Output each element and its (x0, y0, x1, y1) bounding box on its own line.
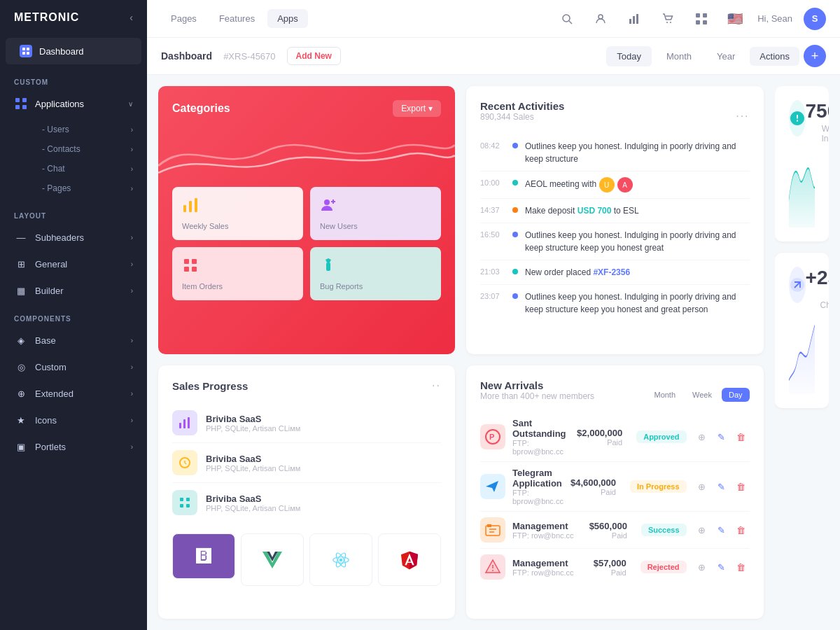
action-copy-icon-4[interactable]: ⊕ (694, 559, 710, 575)
action-edit-icon-3[interactable]: ✎ (713, 522, 730, 538)
arrival-price-4: $57,000 (594, 558, 626, 568)
arrival-logo-1: P (480, 424, 505, 449)
arrival-actions-1: ⊕ ✎ 🗑 (694, 428, 750, 445)
sidebar-item-users[interactable]: - Users › (28, 120, 147, 139)
export-button[interactable]: Export ▾ (393, 100, 441, 117)
arrival-paid-2: Paid (570, 488, 616, 496)
categories-title: Categories (172, 102, 230, 115)
action-edit-icon-2[interactable]: ✎ (713, 478, 730, 495)
arrival-info-3: Management FTP: row@bnc.cc (512, 521, 582, 540)
chart-icon[interactable] (623, 8, 645, 30)
new-users-card[interactable]: New Users (310, 187, 441, 240)
base-label: Base (35, 335, 56, 346)
arrivals-month-btn[interactable]: Month (647, 388, 682, 402)
sidebar-logo-area: METRONIC ‹ (0, 0, 147, 35)
arrival-info-4: Management FTP: row@bnc.cc (512, 558, 587, 577)
svg-point-51 (492, 570, 493, 571)
action-copy-icon[interactable]: ⊕ (694, 428, 710, 445)
action-copy-icon-2[interactable]: ⊕ (694, 478, 710, 495)
sales-item: Briviba SaaS PHP, SQLite, Artisan CLiмм (172, 483, 441, 522)
sidebar-item-custom2[interactable]: ◎ Custom › (0, 354, 147, 380)
action-delete-icon-2[interactable]: 🗑 (733, 478, 750, 495)
arrival-price-2: $4,600,000 (570, 477, 616, 488)
arrival-paid-4: Paid (594, 568, 626, 577)
arrival-name-1: Sant Outstanding (512, 418, 570, 439)
sidebar-item-applications[interactable]: Applications ∨ (0, 90, 147, 117)
general-chevron-icon: › (131, 260, 133, 268)
grid-icon[interactable] (690, 8, 713, 30)
sidebar-item-portlets[interactable]: ▣ Portlets › (0, 433, 147, 460)
sidebar-item-icons[interactable]: ★ Icons › (0, 407, 147, 433)
activity-row: 14:37 Make deposit USD 700 to ESL (480, 199, 750, 223)
bug-reports-card[interactable]: Bug Reports (310, 247, 441, 300)
arrival-logo-4 (480, 554, 505, 580)
applications-item-main: Applications (14, 97, 84, 111)
framework-vue[interactable] (241, 533, 304, 586)
custom2-icon: ◎ (14, 360, 28, 374)
action-delete-icon-3[interactable]: 🗑 (733, 522, 750, 538)
order-link[interactable]: #XF-2356 (593, 267, 630, 277)
tab-apps[interactable]: Apps (267, 9, 308, 28)
action-delete-icon[interactable]: 🗑 (733, 428, 750, 445)
arrival-logo-3 (480, 517, 505, 542)
action-edit-icon[interactable]: ✎ (713, 428, 730, 445)
arrivals-day-btn[interactable]: Day (722, 388, 750, 402)
sidebar-item-extended[interactable]: ⊕ Extended › (0, 380, 147, 407)
general-label: General (35, 259, 67, 270)
action-edit-icon-4[interactable]: ✎ (713, 559, 730, 575)
activity-text: Outlines keep you honest. Indulging in p… (525, 229, 750, 254)
framework-bootstrap[interactable]: 🅱 (172, 533, 235, 579)
actions-button[interactable]: Actions (750, 47, 799, 66)
sales-item-name-1: Briviba SaaS (206, 414, 441, 424)
svg-rect-5 (22, 98, 27, 102)
tab-pages[interactable]: Pages (161, 9, 206, 28)
sidebar-item-base[interactable]: ◈ Base › (0, 327, 147, 354)
svg-rect-2 (22, 52, 25, 55)
sidebar-item-dashboard[interactable]: Dashboard (6, 38, 141, 64)
activity-text: Outlines keep you honest. Indulging in p… (525, 140, 750, 165)
add-plus-button[interactable]: + (804, 45, 826, 67)
item-orders-card[interactable]: Item Orders (172, 247, 303, 300)
sidebar-collapse-icon[interactable]: ‹ (130, 12, 133, 23)
activity-time: 08:42 (480, 141, 505, 150)
sidebar-item-chat[interactable]: - Chat › (28, 159, 147, 178)
year-button[interactable]: Year (706, 46, 746, 66)
tab-features[interactable]: Features (209, 9, 265, 28)
activity-row: 23:07 Outlines keep you honest. Indulgin… (480, 285, 750, 321)
sidebar-item-general[interactable]: ⊞ General › (0, 251, 147, 277)
item-orders-icon (182, 257, 199, 278)
cart-icon[interactable] (657, 8, 679, 30)
builder-icon: ▦ (14, 284, 28, 298)
sidebar-item-pages[interactable]: - Pages › (28, 178, 147, 198)
svg-rect-16 (696, 13, 700, 18)
sidebar-item-contacts[interactable]: - Contacts › (28, 139, 147, 159)
framework-angular[interactable] (378, 533, 441, 586)
svg-rect-18 (696, 20, 700, 24)
arrivals-week-btn[interactable]: Week (685, 388, 719, 402)
income-chart (789, 144, 815, 227)
user-avatar[interactable]: S (804, 8, 826, 30)
svg-rect-3 (27, 52, 29, 55)
sidebar-item-builder[interactable]: ▦ Builder › (0, 277, 147, 304)
today-button[interactable]: Today (606, 46, 652, 66)
add-new-button[interactable]: Add New (287, 47, 341, 65)
arrival-status-1: Approved (636, 430, 686, 443)
weekly-sales-card[interactable]: Weekly Sales (172, 187, 303, 240)
components-section-label: COMPONENTS (0, 304, 147, 327)
action-delete-icon-4[interactable]: 🗑 (733, 559, 750, 575)
framework-react[interactable] (309, 533, 372, 586)
action-copy-icon-3[interactable]: ⊕ (694, 522, 710, 538)
svg-rect-7 (22, 105, 27, 109)
flag-icon[interactable]: 🇺🇸 (724, 8, 746, 30)
activities-menu-icon[interactable]: ··· (736, 110, 749, 122)
breadcrumb-title: Dashboard (161, 50, 212, 62)
subheader: Dashboard #XRS-45670 Add New Today Month… (147, 38, 840, 75)
search-icon[interactable] (556, 8, 578, 30)
month-button[interactable]: Month (656, 46, 702, 66)
arrival-name-3: Management (512, 521, 582, 531)
users-icon[interactable] (589, 8, 612, 30)
sales-progress-menu-icon[interactable]: ·· (432, 379, 441, 392)
sidebar-item-subheaders[interactable]: — Subheaders › (0, 224, 147, 251)
sidebar: METRONIC ‹ Dashboard CUSTOM Applications… (0, 0, 147, 630)
activities-title-area: Recent Activities 890,344 Sales (480, 100, 564, 132)
